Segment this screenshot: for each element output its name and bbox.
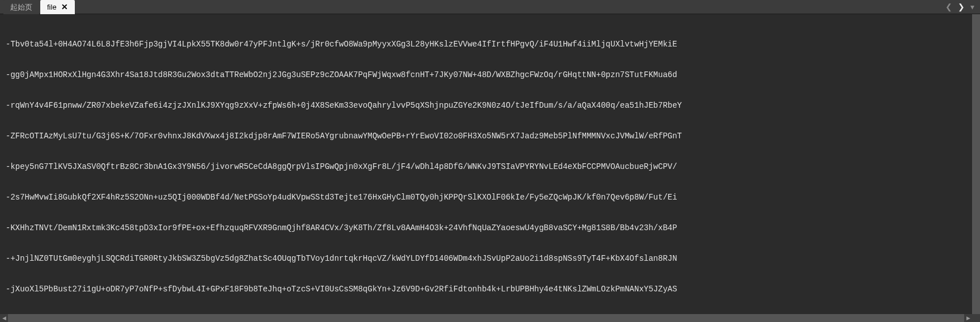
scrollbar-thumb[interactable] — [0, 314, 970, 322]
scrollbar-vertical[interactable] — [972, 14, 980, 314]
tab-startpage[interactable]: 起始页 — [3, 0, 39, 14]
scroll-left-icon[interactable]: ◀ — [0, 314, 8, 322]
editor-line: -kpey5nG7TlKV5JXaSV0QftrBz8Cr3bnA1Gx3Y9N… — [6, 162, 974, 172]
editor-line: -2s7HwMvwIi8GubkQf2XF4hRz5S2ONn+uz5QIj00… — [6, 192, 974, 202]
tab-history-back-icon[interactable]: ❮ — [945, 2, 952, 11]
editor-line: -KXHhzTNVt/DemN1Rxtmk3Kc458tpD3xIor9fPE+… — [6, 223, 974, 233]
tab-nav: ❮ ❯ ▾ — [945, 0, 980, 14]
close-icon[interactable]: ✕ — [61, 0, 68, 14]
editor-area[interactable]: -Tbv0ta54l+0H4AO74L6L8JfE3h6Fjp3gjVI4Lpk… — [0, 14, 980, 314]
tab-bar: 起始页 file ✕ ❮ ❯ ▾ — [0, 0, 980, 14]
scroll-right-icon[interactable]: ▶ — [964, 314, 972, 322]
tab-list-dropdown-icon[interactable]: ▾ — [970, 2, 974, 11]
editor-line: -gg0jAMpx1HORxXlHgn4G3Xhr4Sa18Jtd8R3Gu2W… — [6, 70, 974, 80]
editor-line: -Tbv0ta54l+0H4AO74L6L8JfE3h6Fjp3gjVI4Lpk… — [6, 39, 974, 49]
scrollbar-corner — [972, 314, 980, 322]
scrollbar-thumb[interactable] — [972, 14, 980, 314]
tab-file[interactable]: file ✕ — [40, 0, 75, 14]
editor-line: -+JnjlNZ0TUtGm0eyghjLSQCRdiTGR0RtyJkbSW3… — [6, 253, 974, 264]
editor-line: -rqWnY4v4F61pnww/ZR07xbekeVZafe6i4zjzJXn… — [6, 100, 974, 111]
tab-label: file — [47, 0, 57, 14]
editor-line: -jXuoXl5PbBust27i1gU+oDR7yP7oNfP+sfDybwL… — [6, 284, 974, 294]
tab-label: 起始页 — [10, 0, 32, 14]
editor-line: -ZFRcOTIAzMyLsU7tu/G3j6S+K/7OFxr0vhnxJ8K… — [6, 131, 974, 141]
tab-history-forward-icon[interactable]: ❯ — [958, 2, 965, 11]
scrollbar-horizontal[interactable]: ◀ ▶ — [0, 314, 972, 322]
